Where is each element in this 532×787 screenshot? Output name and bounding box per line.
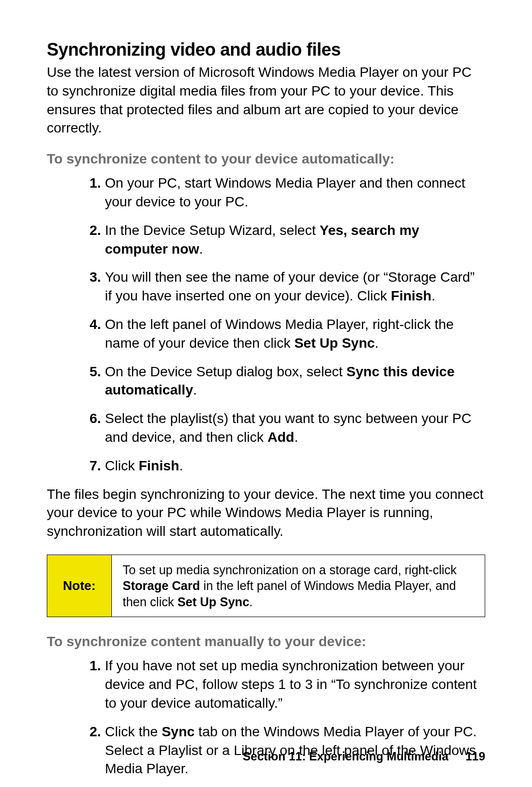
note-box: Note: To set up media synchronization on… [47, 555, 485, 618]
footer-page-number: 119 [466, 750, 485, 763]
subhead-auto: To synchronize content to your device au… [47, 151, 485, 167]
step-text: If you have not set up media synchroniza… [105, 658, 477, 711]
footer-section: Section 11: Experiencing Multimedia [243, 750, 448, 763]
step-number: 1. [78, 174, 101, 193]
intro-paragraph: Use the latest version of Microsoft Wind… [47, 63, 485, 137]
list-item: 4.On the left panel of Windows Media Pla… [105, 315, 485, 353]
step-number: 4. [78, 315, 101, 334]
step-text: On the Device Setup dialog box, select S… [105, 364, 455, 398]
list-item: 7.Click Finish. [105, 457, 485, 475]
page-title: Synchronizing video and audio files [47, 39, 485, 60]
note-label: Note: [47, 555, 112, 617]
step-text: In the Device Setup Wizard, select Yes, … [105, 223, 419, 257]
step-number: 5. [78, 362, 101, 381]
step-number: 2. [78, 221, 101, 240]
step-text: Select the playlist(s) that you want to … [105, 411, 471, 445]
list-item: 1.On your PC, start Windows Media Player… [105, 174, 485, 211]
note-body: To set up media synchronization on a sto… [112, 555, 485, 617]
outro-paragraph: The files begin synchronizing to your de… [47, 485, 485, 541]
list-item: 2.In the Device Setup Wizard, select Yes… [105, 221, 485, 259]
document-page: Synchronizing video and audio files Use … [0, 0, 532, 787]
step-text: Click Finish. [105, 458, 183, 473]
step-number: 1. [78, 656, 101, 675]
step-number: 2. [78, 722, 101, 741]
list-item: 5.On the Device Setup dialog box, select… [105, 362, 485, 400]
list-item: 3.You will then see the name of your dev… [105, 268, 485, 305]
step-number: 6. [78, 409, 101, 428]
list-item: 6.Select the playlist(s) that you want t… [105, 409, 485, 447]
step-number: 3. [78, 268, 101, 287]
subhead-manual: To synchronize content manually to your … [47, 634, 485, 650]
step-text: On your PC, start Windows Media Player a… [105, 175, 465, 209]
list-item: 1.If you have not set up media synchroni… [105, 656, 485, 712]
page-footer: Section 11: Experiencing Multimedia 119 [243, 750, 485, 763]
steps-auto-list: 1.On your PC, start Windows Media Player… [47, 174, 485, 475]
step-number: 7. [78, 457, 101, 475]
step-text: On the left panel of Windows Media Playe… [105, 317, 454, 351]
step-text: You will then see the name of your devic… [105, 269, 475, 303]
